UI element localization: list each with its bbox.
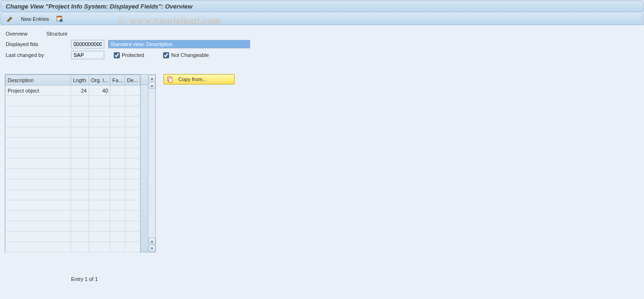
table-cell[interactable] [125, 169, 140, 179]
scroll-down-arrow2-icon[interactable]: ▼ [149, 245, 155, 252]
table-cell[interactable] [71, 127, 89, 138]
table-cell[interactable] [71, 242, 89, 252]
table-cell[interactable] [71, 211, 89, 221]
table-cell[interactable] [71, 179, 89, 190]
table-cell[interactable] [125, 127, 140, 138]
table-cell[interactable] [89, 221, 110, 232]
table-cell[interactable] [71, 200, 89, 211]
table-cell[interactable] [110, 117, 125, 127]
vertical-scrollbar[interactable]: ▲ ▲ ▲ ▼ [148, 75, 155, 252]
table-cell[interactable] [6, 138, 71, 148]
table-cell[interactable] [125, 138, 140, 148]
table-cell[interactable] [110, 232, 125, 242]
table-row[interactable] [6, 221, 140, 232]
checkbox-not-changeable-input[interactable] [163, 52, 169, 58]
table-row[interactable] [6, 117, 140, 127]
th-decimals[interactable]: De... [125, 75, 140, 85]
table-cell[interactable] [125, 85, 140, 96]
table-row[interactable] [6, 96, 140, 106]
table-row[interactable] [6, 148, 140, 159]
table-cell[interactable] [125, 211, 140, 221]
table-cell[interactable] [71, 96, 89, 106]
table-cell[interactable] [89, 117, 110, 127]
table-cell[interactable] [125, 190, 140, 200]
table-cell[interactable] [125, 200, 140, 211]
table-cell[interactable] [89, 211, 110, 221]
table-cell[interactable] [110, 211, 125, 221]
table-cell[interactable] [125, 242, 140, 252]
save-layout-button[interactable] [54, 15, 65, 23]
scroll-down-arrow-icon[interactable]: ▲ [149, 238, 155, 244]
table-cell[interactable] [110, 96, 125, 106]
table-row[interactable] [6, 179, 140, 190]
th-factor[interactable]: Fa... [110, 75, 125, 85]
table-cell[interactable] [6, 106, 71, 117]
table-cell[interactable] [125, 221, 140, 232]
table-cell[interactable] [110, 127, 125, 138]
table-cell[interactable] [6, 211, 71, 221]
table-cell[interactable] [89, 242, 110, 252]
table-row[interactable] [6, 169, 140, 179]
table-cell[interactable] [89, 232, 110, 242]
table-cell[interactable] [89, 190, 110, 200]
table-cell[interactable] [6, 148, 71, 159]
table-cell[interactable] [125, 117, 140, 127]
table-cell[interactable] [125, 232, 140, 242]
toggle-change-mode-button[interactable] [5, 15, 15, 23]
table-cell[interactable] [110, 221, 125, 232]
table-row[interactable] [6, 159, 140, 169]
input-last-changed-by[interactable] [71, 51, 104, 59]
th-length[interactable]: Lngth [71, 75, 89, 85]
table-cell[interactable] [89, 127, 110, 138]
table-cell[interactable] [71, 148, 89, 159]
table-cell[interactable] [89, 169, 110, 179]
input-displayed-flds[interactable] [71, 40, 104, 48]
table-cell[interactable] [71, 221, 89, 232]
table-row[interactable] [6, 138, 140, 148]
table-cell[interactable] [6, 232, 71, 242]
table-cell[interactable] [71, 190, 89, 200]
table-cell[interactable] [6, 169, 71, 179]
table-cell[interactable] [110, 190, 125, 200]
table-cell[interactable] [71, 117, 89, 127]
table-cell[interactable]: 40 [89, 85, 110, 96]
new-entries-button[interactable]: New Entries [19, 16, 51, 22]
table-cell[interactable]: 24 [71, 85, 89, 96]
table-cell[interactable] [110, 200, 125, 211]
table-cell[interactable] [6, 117, 71, 127]
table-cell[interactable] [89, 138, 110, 148]
table-row[interactable] [6, 232, 140, 242]
table-cell[interactable] [6, 96, 71, 106]
table-cell[interactable] [71, 138, 89, 148]
table-cell[interactable] [110, 106, 125, 117]
table-row[interactable] [6, 211, 140, 221]
table-cell[interactable] [89, 179, 110, 190]
table-cell[interactable] [6, 127, 71, 138]
scroll-up-arrow-icon[interactable]: ▲ [149, 75, 155, 82]
table-cell[interactable] [125, 159, 140, 169]
table-cell[interactable] [6, 159, 71, 169]
copy-from-button[interactable]: Copy from... [163, 74, 235, 84]
table-cell[interactable] [125, 148, 140, 159]
table-cell[interactable] [6, 242, 71, 252]
table-cell[interactable] [71, 232, 89, 242]
table-row[interactable]: Project object2440 [6, 85, 140, 96]
table-cell[interactable] [71, 106, 89, 117]
checkbox-protected-input[interactable] [114, 52, 120, 58]
table-cell[interactable] [110, 138, 125, 148]
input-displayed-flds-desc[interactable] [108, 40, 250, 48]
tab-structure[interactable]: Structure [46, 31, 68, 37]
table-cell[interactable] [125, 96, 140, 106]
table-cell[interactable] [125, 106, 140, 117]
table-cell[interactable] [110, 242, 125, 252]
table-cell[interactable] [110, 169, 125, 179]
table-cell[interactable] [110, 159, 125, 169]
table-row[interactable] [6, 106, 140, 117]
table-cell[interactable] [89, 200, 110, 211]
tab-overview[interactable]: Overview [6, 31, 27, 37]
table-row[interactable] [6, 242, 140, 252]
table-row[interactable] [6, 200, 140, 211]
table-cell[interactable] [71, 159, 89, 169]
table-cell[interactable] [125, 179, 140, 190]
table-cell[interactable] [6, 179, 71, 190]
